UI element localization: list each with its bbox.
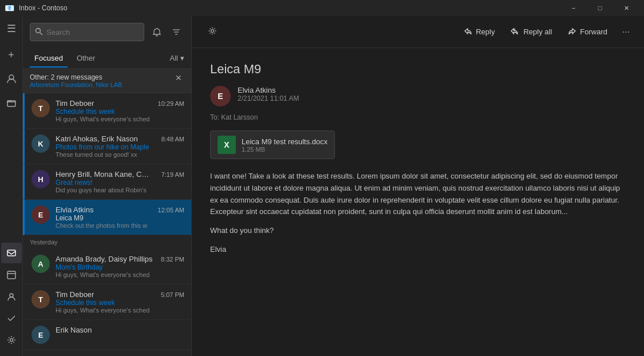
email-preview: Hi guys, What's everyone's sched bbox=[56, 271, 184, 278]
email-content: Henry Brill, Mona Kane, Cecil Fo 7:19 AM… bbox=[56, 170, 184, 193]
reading-toolbar: Reply Reply all Forward bbox=[192, 16, 644, 48]
sidebar: Focused Other All ▾ Other: 2 new message… bbox=[23, 16, 192, 356]
email-sender: Erik Nason bbox=[56, 326, 92, 334]
email-to: To: Kat Larsson bbox=[210, 113, 626, 121]
tab-other[interactable]: Other bbox=[72, 52, 100, 65]
more-button[interactable]: ⋯ bbox=[617, 23, 635, 41]
sender-name: Elvia Atkins bbox=[238, 86, 299, 94]
notification-close-button[interactable]: ✕ bbox=[173, 73, 184, 82]
email-sender: Katri Ahokas, Erik Nason bbox=[56, 135, 138, 143]
avatar: E bbox=[31, 205, 50, 224]
email-time: 8:48 AM bbox=[161, 136, 184, 143]
email-subject: Mom's Birthday bbox=[56, 263, 184, 271]
forward-button[interactable]: Forward bbox=[561, 23, 614, 41]
minimize-button[interactable]: − bbox=[560, 0, 587, 16]
svg-rect-3 bbox=[7, 271, 15, 279]
tabs-row: Focused Other All ▾ bbox=[23, 48, 191, 69]
email-sender: Tim Deboer bbox=[56, 290, 94, 299]
reply-label: Reply bbox=[476, 27, 495, 36]
email-signature: Elvia bbox=[210, 244, 626, 256]
email-subject: Photos from our hike on Maple bbox=[56, 143, 184, 151]
tab-all[interactable]: All ▾ bbox=[170, 54, 184, 62]
email-body: I want one! Take a look at these test re… bbox=[210, 171, 626, 256]
avatar: A bbox=[31, 255, 50, 273]
sidebar-item-settings[interactable] bbox=[1, 330, 22, 350]
sidebar-item-tasks[interactable] bbox=[1, 308, 22, 329]
forward-icon bbox=[568, 27, 576, 37]
sidebar-item-folders[interactable] bbox=[1, 93, 22, 113]
email-subject: Great news! bbox=[56, 179, 184, 187]
filter-icon[interactable] bbox=[168, 24, 184, 40]
search-icon bbox=[35, 27, 43, 37]
email-time: 8:32 PM bbox=[161, 256, 184, 263]
list-item[interactable]: E Erik Nason bbox=[23, 320, 191, 350]
email-time: 7:19 AM bbox=[161, 171, 184, 178]
notifications-icon[interactable] bbox=[149, 24, 165, 40]
list-item[interactable]: K Katri Ahokas, Erik Nason 8:48 AM Photo… bbox=[23, 129, 191, 164]
app-icon: 📧 bbox=[5, 3, 14, 13]
title-bar: 📧 Inbox - Contoso − □ ✕ bbox=[0, 0, 644, 16]
nav-rail: ☰ + bbox=[0, 16, 23, 356]
email-time: 10:29 AM bbox=[158, 100, 184, 107]
date-separator: Yesterday bbox=[23, 235, 191, 249]
sidebar-item-calendar[interactable] bbox=[1, 264, 22, 285]
reply-button[interactable]: Reply bbox=[457, 23, 501, 41]
attachment-file-icon: X bbox=[218, 136, 236, 154]
list-item[interactable]: T Tim Deboer 5:07 PM Schedule this week … bbox=[23, 284, 191, 320]
sidebar-item-contacts[interactable] bbox=[1, 286, 22, 307]
email-content: Erik Nason bbox=[56, 326, 184, 334]
close-button[interactable]: ✕ bbox=[613, 0, 639, 16]
search-input[interactable] bbox=[46, 28, 139, 37]
email-content: Tim Deboer 10:29 AM Schedule this week H… bbox=[56, 99, 184, 122]
svg-point-11 bbox=[211, 30, 214, 33]
email-sender: Tim Deboer bbox=[56, 99, 94, 108]
app-body: ☰ + bbox=[0, 16, 644, 356]
attachment-name: Leica M9 test results.docx bbox=[242, 137, 327, 146]
sidebar-header bbox=[23, 16, 191, 48]
svg-line-7 bbox=[40, 33, 42, 35]
email-subject: Leica M9 bbox=[56, 214, 184, 222]
list-item[interactable]: A Amanda Brady, Daisy Phillips 8:32 PM M… bbox=[23, 249, 191, 284]
avatar: K bbox=[31, 135, 50, 153]
sidebar-item-mail[interactable] bbox=[1, 243, 22, 263]
tab-focused[interactable]: Focused bbox=[30, 52, 68, 65]
avatar: H bbox=[31, 170, 50, 188]
svg-point-5 bbox=[10, 339, 13, 342]
sidebar-item-compose[interactable]: + bbox=[1, 45, 22, 65]
email-subject-heading: Leica M9 bbox=[210, 62, 626, 77]
list-item-active[interactable]: E Elvia Atkins 12:05 AM Leica M9 Check o… bbox=[23, 200, 191, 235]
notification-title: Other: 2 new messages bbox=[30, 73, 122, 81]
email-preview: Hi guys, What's everyone's sched bbox=[56, 116, 184, 122]
list-item[interactable]: T Tim Deboer 10:29 AM Schedule this week… bbox=[23, 93, 191, 129]
email-preview: Check out the photos from this w bbox=[56, 222, 184, 229]
search-box[interactable] bbox=[30, 23, 144, 41]
reading-pane: Reply Reply all Forward bbox=[192, 16, 644, 356]
chevron-down-icon: ▾ bbox=[180, 54, 184, 62]
sender-date: 2/21/2021 11:01 AM bbox=[238, 94, 299, 102]
maximize-button[interactable]: □ bbox=[587, 0, 613, 16]
title-bar-title: Inbox - Contoso bbox=[19, 4, 68, 12]
email-closing: What do you think? bbox=[210, 225, 626, 237]
more-icon: ⋯ bbox=[622, 27, 630, 36]
email-body-paragraph: I want one! Take a look at these test re… bbox=[210, 171, 626, 218]
list-item[interactable]: H Henry Brill, Mona Kane, Cecil Fo 7:19 … bbox=[23, 164, 191, 200]
email-meta: E Elvia Atkins 2/21/2021 11:01 AM bbox=[210, 86, 626, 106]
reading-content: Leica M9 E Elvia Atkins 2/21/2021 11:01 … bbox=[192, 48, 644, 356]
attachment-box[interactable]: X Leica M9 test results.docx 1.25 MB bbox=[210, 130, 335, 159]
email-sender: Elvia Atkins bbox=[56, 205, 93, 214]
notification-banner: Other: 2 new messages Arboretum Foundati… bbox=[23, 69, 191, 93]
avatar: E bbox=[31, 326, 50, 344]
svg-rect-2 bbox=[7, 250, 15, 256]
settings-button[interactable] bbox=[201, 23, 224, 41]
email-subject: Schedule this week bbox=[56, 108, 184, 116]
email-content: Elvia Atkins 12:05 AM Leica M9 Check out… bbox=[56, 205, 184, 229]
avatar: T bbox=[31, 290, 50, 308]
reply-all-button[interactable]: Reply all bbox=[504, 23, 559, 41]
reply-all-icon bbox=[511, 27, 520, 37]
sender-avatar: E bbox=[210, 86, 231, 106]
email-preview: These turned out so good! xx bbox=[56, 151, 184, 158]
sidebar-header-icons bbox=[149, 24, 184, 40]
sidebar-item-people[interactable] bbox=[1, 69, 22, 89]
settings-icon bbox=[208, 26, 217, 37]
sidebar-item-menu[interactable]: ☰ bbox=[1, 18, 22, 39]
